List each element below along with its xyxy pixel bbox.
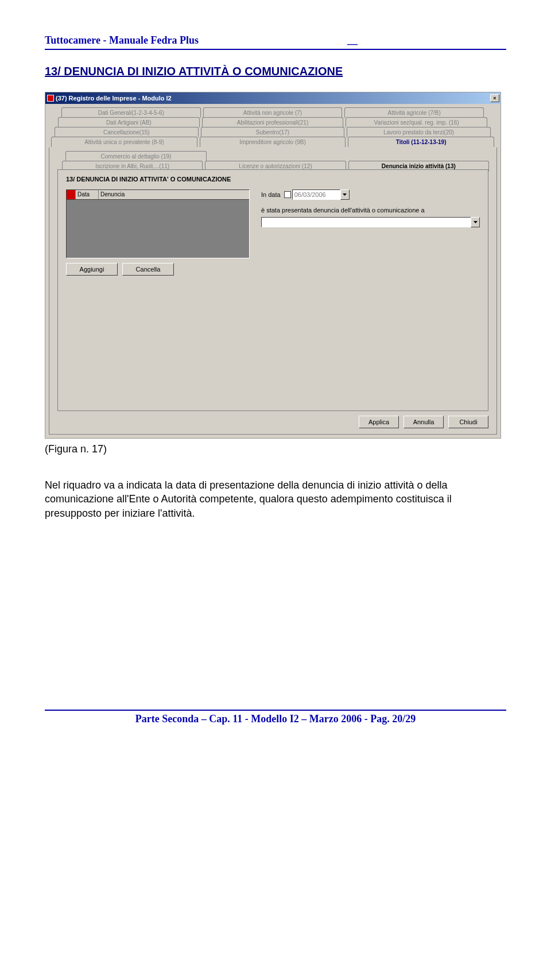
list-col-data: Data [76, 190, 99, 199]
window-title: (37) Registro delle Imprese - Modulo I2 [56, 95, 172, 102]
app-icon [47, 95, 54, 102]
annulla-button[interactable]: Annulla [403, 416, 444, 428]
panel-title: 13/ DENUNCIA DI INIZIO ATTIVITA' O COMUN… [66, 176, 480, 183]
desc-label: è stata presentata denuncia dell'attivit… [261, 207, 480, 214]
tab-attivita-agricole[interactable]: Attività agricole (7/B) [344, 107, 484, 118]
in-data-label: In data [261, 191, 281, 198]
page-footer: Parte Seconda – Cap. 11 - Modello I2 – M… [45, 713, 506, 725]
svg-marker-0 [343, 193, 347, 196]
list-col-denuncia: Denuncia [99, 190, 249, 199]
tab-attivita-unica[interactable]: Attività unica o prevalente (8-9) [51, 137, 197, 147]
tab-variazioni[interactable]: Variazioni sez/qual. reg. imp. (16) [346, 117, 487, 127]
tab-subentro[interactable]: Subentro(17) [201, 127, 345, 137]
cancella-button[interactable]: Cancella [122, 263, 174, 276]
date-checkbox[interactable] [284, 191, 291, 198]
applica-button[interactable]: Applica [359, 416, 399, 428]
ente-combo-input[interactable] [261, 217, 471, 227]
tab-titoli[interactable]: Titoli (11-12-13-19) [348, 137, 494, 147]
tab-dati-generali[interactable]: Dati Generali(1-2-3-4-5-6) [61, 107, 201, 118]
close-window-button[interactable]: × [490, 94, 499, 102]
header-rule [45, 49, 506, 50]
doc-header-left: Tuttocamere - Manuale Fedra Plus [45, 34, 199, 47]
subtab-commercio[interactable]: Commercio al dettaglio (19) [65, 151, 207, 161]
chiudi-button[interactable]: Chiudi [448, 416, 488, 428]
body-paragraph: Nel riquadro va a indicata la data di pr… [45, 478, 506, 520]
tab-abilitazioni[interactable]: Abilitazioni professionali(21) [202, 117, 344, 127]
ente-combo-dropdown-icon[interactable] [471, 217, 480, 227]
doc-header: Tuttocamere - Manuale Fedra Plus __ [45, 34, 506, 47]
data-denuncia-list[interactable]: Data Denuncia [66, 189, 250, 258]
footer-rule [45, 710, 506, 711]
tab-imprenditore-agricolo[interactable]: Imprenditore agricolo (9B) [200, 137, 346, 147]
tab-dati-artigiani[interactable]: Dati Artigiani (AB) [58, 117, 200, 127]
section-title: 13/ DENUNCIA DI INIZIO ATTIVITÀ O COMUNI… [45, 65, 506, 78]
aggiungi-button[interactable]: Aggiungi [66, 263, 118, 276]
date-input[interactable] [292, 189, 340, 200]
tab-cancellazione[interactable]: Cancellazione(15) [55, 127, 199, 137]
titlebar: (37) Registro delle Imprese - Modulo I2 … [45, 92, 500, 104]
app-window: (37) Registro delle Imprese - Modulo I2 … [45, 92, 501, 439]
date-dropdown-icon[interactable] [340, 189, 350, 200]
svg-marker-1 [474, 221, 478, 223]
list-indicator [67, 190, 76, 199]
tab-attivita-non-agricole[interactable]: Attività non agricole (7) [203, 107, 343, 118]
tab-lavoro-terzi[interactable]: Lavoro prestato da terzi(20) [347, 127, 491, 137]
doc-header-mid: __ [347, 34, 358, 47]
figure-caption: (Figura n. 17) [45, 443, 506, 455]
